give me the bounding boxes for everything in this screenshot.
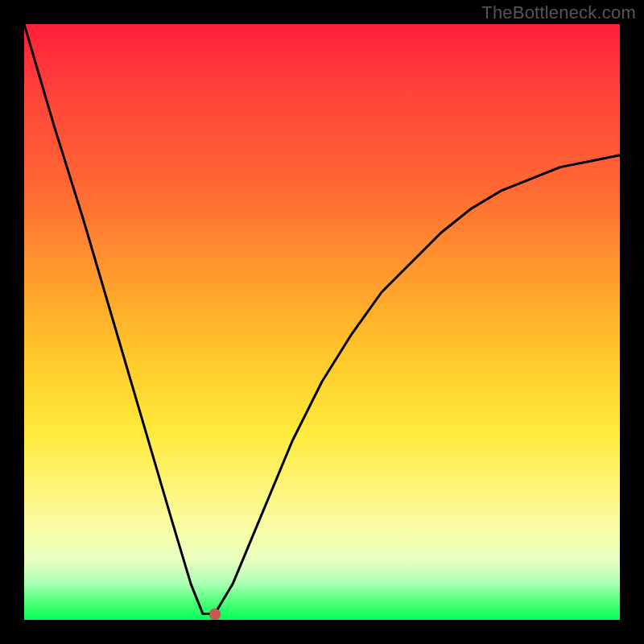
watermark-text: TheBottleneck.com — [481, 2, 636, 23]
optimum-marker — [209, 609, 221, 620]
bottleneck-curve — [24, 24, 620, 614]
chart-frame: TheBottleneck.com — [0, 0, 644, 644]
plot-area — [24, 24, 620, 620]
curve-svg — [24, 24, 620, 620]
